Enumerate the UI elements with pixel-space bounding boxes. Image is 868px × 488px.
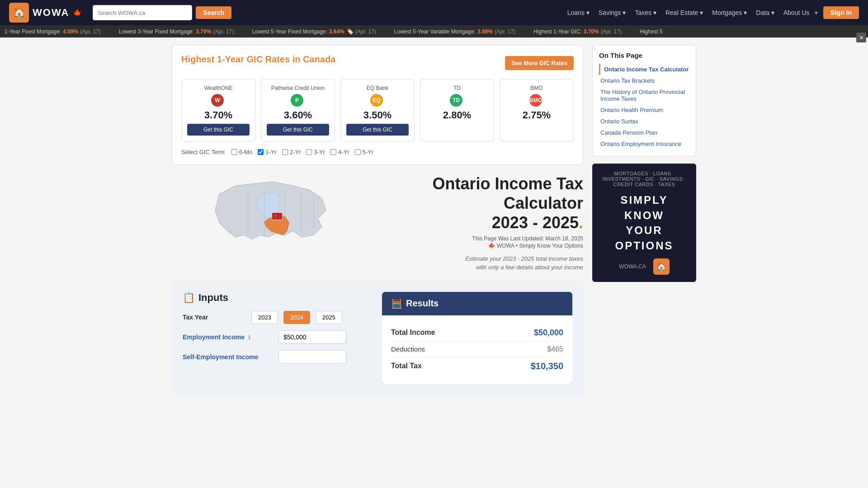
gic-rate: 3.70% xyxy=(187,109,250,121)
sidebar-ad: MORTGAGES · LOANS · INVESTMENTS · GIC · … xyxy=(592,164,696,282)
svg-text:🏴: 🏴 xyxy=(275,214,279,218)
search-input[interactable] xyxy=(93,5,192,20)
canada-flag-icon: 🍁 xyxy=(73,9,82,17)
ad-tagline: MORTGAGES · LOANS · INVESTMENTS · GIC · … xyxy=(599,171,689,187)
get-gic-button-eqbank[interactable]: Get this GIC xyxy=(346,124,409,136)
self-employment-label: Self-Employment Income xyxy=(183,353,273,361)
sidebar-nav-calculator[interactable]: Ontario Income Tax Calculator xyxy=(599,64,689,75)
hero-text: Ontario Income Tax Calculator 2023 - 202… xyxy=(382,174,583,272)
gic-card-bmo: BMO BMO 2.75% xyxy=(500,79,574,141)
term-4yr[interactable]: 4-Yr xyxy=(330,149,349,155)
results-header: 🧮 Results xyxy=(382,292,572,315)
logo-text: WOWA xyxy=(33,7,69,19)
gic-card-wealthone: WealthONE W 3.70% Get this GIC xyxy=(181,79,255,141)
ad-url: WOWA.CA xyxy=(619,263,646,270)
hero-section: 🏴 Ontario Income Tax Calculator 2023 - 2… xyxy=(172,174,583,272)
sidebar-nav-history[interactable]: The History of Ontario Provincial Income… xyxy=(599,86,689,104)
tax-year-row: Tax Year 2023 2024 2025 xyxy=(183,311,373,324)
signin-button[interactable]: Sign In xyxy=(823,6,859,19)
total-tax-value: $10,350 xyxy=(531,361,563,371)
close-button[interactable]: ✕ xyxy=(856,33,866,42)
bank-logo-td: TD xyxy=(450,94,462,107)
inputs-title: 📋 Inputs xyxy=(183,292,373,304)
sidebar-nav-brackets[interactable]: Ontario Tax Brackets xyxy=(599,75,689,86)
navbar: 🏠 WOWA 🍁 Search Loans ▾ Savings ▾ Taxes … xyxy=(0,0,868,25)
results-panel: 🧮 Results Total Income $50,000 Deduction… xyxy=(382,292,572,384)
get-gic-button-wealthone[interactable]: Get this GIC xyxy=(187,124,250,136)
gic-term-selector: Select GIC Term: 6-Mo 1-Yr 2-Yr 3-Yr 4-Y… xyxy=(181,149,574,155)
sidebar-nav-employment-insurance[interactable]: Ontario Employment Insurance xyxy=(599,138,689,150)
year-2025-button[interactable]: 2025 xyxy=(316,311,342,324)
wowa-attribution: 🍁 WOWA • Simply Know Your Options xyxy=(382,243,583,249)
year-2024-button[interactable]: 2024 xyxy=(283,311,310,324)
employment-income-input[interactable] xyxy=(278,330,346,344)
see-more-gic-button[interactable]: See More GIC Rates xyxy=(505,56,574,70)
self-employment-input[interactable] xyxy=(278,350,346,364)
inputs-panel: 📋 Inputs Tax Year 2023 2024 2025 Employm… xyxy=(183,292,373,384)
results-body: Total Income $50,000 Deductions $465 Tot… xyxy=(382,315,572,384)
search-button[interactable]: Search xyxy=(196,6,231,19)
bank-name: EQ Bank xyxy=(346,85,409,91)
gic-card-td: TD TD 2.80% xyxy=(420,79,494,141)
ad-logo-icon: 🏠 xyxy=(653,258,670,275)
sidebar-nav-health[interactable]: Ontario Health Premium xyxy=(599,104,689,116)
gic-card-pathwise: Pathwise Credit Union P 3.60% Get this G… xyxy=(261,79,335,141)
total-tax-label: Total Tax xyxy=(391,362,422,370)
term-1yr[interactable]: 1-Yr xyxy=(258,149,277,155)
nav-loans[interactable]: Loans ▾ xyxy=(564,7,593,18)
bank-name: Pathwise Credit Union xyxy=(267,85,329,91)
info-icon[interactable]: ℹ xyxy=(248,334,250,341)
ticker-item-2: Lowest 5-Year Fixed Mortgage: 3.64% 🏷️ (… xyxy=(252,28,376,35)
deductions-value: $465 xyxy=(547,345,563,353)
bank-logo-pathwise: P xyxy=(291,94,303,107)
bank-name: WealthONE xyxy=(187,85,250,91)
nav-taxes[interactable]: Taxes ▾ xyxy=(631,7,660,18)
total-income-row: Total Income $50,000 xyxy=(391,324,563,342)
get-gic-button-pathwise[interactable]: Get this GIC xyxy=(267,124,329,136)
sidebar-nav-surtax[interactable]: Ontario Surtax xyxy=(599,116,689,127)
gic-rate: 2.80% xyxy=(426,109,488,121)
deductions-row: Deductions $465 xyxy=(391,342,563,357)
total-income-label: Total Income xyxy=(391,328,435,337)
bank-name: BMO xyxy=(505,85,568,91)
nav-data[interactable]: Data ▾ xyxy=(752,7,778,18)
bank-logo-eqbank: EQ xyxy=(370,94,383,107)
bank-name: TD xyxy=(426,85,488,91)
self-employment-row: Self-Employment Income xyxy=(183,350,373,364)
search-bar: Search xyxy=(93,5,231,20)
nav-realestate[interactable]: Real Estate ▾ xyxy=(662,7,707,18)
term-3yr[interactable]: 3-Yr xyxy=(306,149,325,155)
logo[interactable]: 🏠 WOWA 🍁 xyxy=(9,3,82,23)
hero-description: Estimate your 2023 - 2025 total income t… xyxy=(382,254,583,272)
year-2023-button[interactable]: 2023 xyxy=(251,311,278,324)
nav-links: Loans ▾ Savings ▾ Taxes ▾ Real Estate ▾ … xyxy=(564,6,859,19)
gic-cards: WealthONE W 3.70% Get this GIC Pathwise … xyxy=(181,79,574,141)
page-title: Ontario Income Tax Calculator 2023 - 202… xyxy=(382,174,583,233)
ad-main-text: SIMPLY KNOW YOUR OPTIONS xyxy=(599,192,689,253)
ticker-content: 1-Year Fixed Mortgage: 4.09% (Apr. 17) L… xyxy=(0,25,868,38)
ticker-item-0: 1-Year Fixed Mortgage: 4.09% (Apr. 17) xyxy=(5,28,101,35)
last-updated: This Page Was Last Updated: March 18, 20… xyxy=(382,235,583,242)
employment-income-label: Employment Income ℹ xyxy=(183,333,273,341)
term-6mo[interactable]: 6-Mo xyxy=(231,149,253,155)
nav-aboutus[interactable]: About Us xyxy=(780,7,813,18)
on-this-page-title: On This Page xyxy=(599,52,689,59)
gic-title: Highest 1-Year GIC Rates in Canada xyxy=(181,54,335,65)
gic-rate: 3.60% xyxy=(267,109,329,121)
canada-map: 🏴 xyxy=(209,178,336,268)
gic-rate: 3.50% xyxy=(346,109,409,121)
content-area: Highest 1-Year GIC Rates in Canada See M… xyxy=(167,38,588,402)
ticker-item-1: Lowest 3-Year Fixed Mortgage: 3.79% (Apr… xyxy=(119,28,234,35)
nav-mortgages[interactable]: Mortgages ▾ xyxy=(708,7,750,18)
employment-income-row: Employment Income ℹ xyxy=(183,330,373,344)
calculator-section: 📋 Inputs Tax Year 2023 2024 2025 Employm… xyxy=(172,281,583,395)
gic-card-eqbank: EQ Bank EQ 3.50% Get this GIC xyxy=(340,79,415,141)
nav-savings[interactable]: Savings ▾ xyxy=(595,7,630,18)
sidebar-nav-cpp[interactable]: Canada Pension Plan xyxy=(599,127,689,138)
ticker-bar: 1-Year Fixed Mortgage: 4.09% (Apr. 17) L… xyxy=(0,25,868,38)
ticker-item-4: Highest 1-Year GIC: 3.70% (Apr. 17) xyxy=(533,28,622,35)
term-5yr[interactable]: 5-Yr xyxy=(355,149,374,155)
bank-logo-bmo: BMO xyxy=(529,94,542,107)
term-2yr[interactable]: 2-Yr xyxy=(282,149,301,155)
map-area: 🏴 xyxy=(172,178,373,268)
